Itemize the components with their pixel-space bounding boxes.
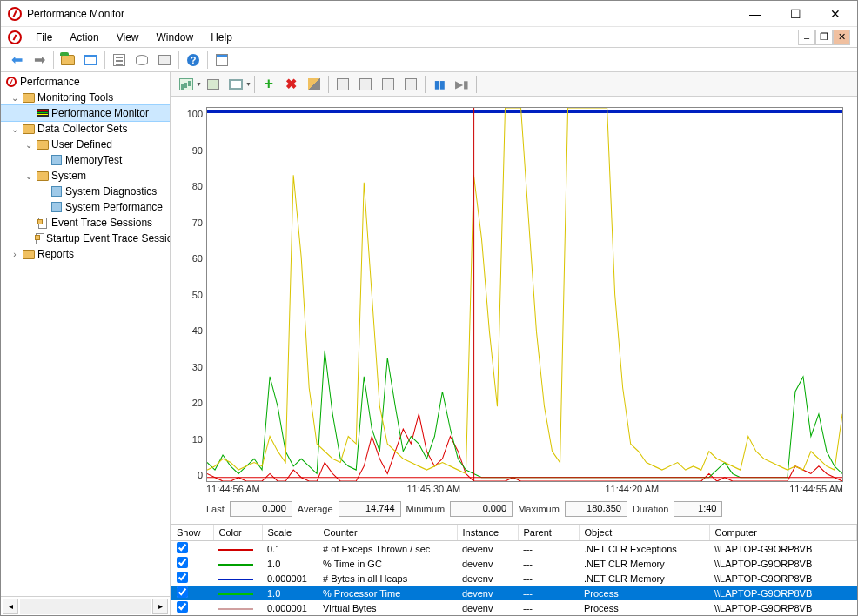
scroll-left-button[interactable]: ◂ xyxy=(3,599,18,614)
col-instance[interactable]: Instance xyxy=(457,525,518,541)
properties-button[interactable] xyxy=(109,50,130,70)
view-report-button[interactable] xyxy=(225,74,246,95)
tree-label: System xyxy=(51,170,86,182)
panel-layout-button[interactable] xyxy=(80,50,101,70)
copy-button[interactable] xyxy=(332,74,353,95)
perfmon-graph-icon xyxy=(37,109,49,117)
table-row[interactable]: 1.0% Processor Timedevenv---Process\\LAP… xyxy=(171,586,857,600)
show-checkbox[interactable] xyxy=(177,572,188,583)
close-button[interactable]: ✕ xyxy=(815,1,855,26)
tree-reports[interactable]: ›Reports xyxy=(1,246,170,262)
cell-instance: devenv xyxy=(457,556,518,571)
tree-user-defined[interactable]: ⌄User Defined xyxy=(1,137,170,152)
tree-body[interactable]: Performance ⌄Monitoring Tools Performanc… xyxy=(1,74,170,596)
y-tick: 70 xyxy=(192,218,203,228)
menu-help[interactable]: Help xyxy=(204,30,239,45)
toolbar-separator xyxy=(476,76,477,93)
counter-table[interactable]: Show Color Scale Counter Instance Parent… xyxy=(171,525,857,615)
dropdown-icon[interactable]: ▼ xyxy=(196,81,202,87)
minimize-button[interactable]: — xyxy=(735,1,775,26)
chart-plot[interactable] xyxy=(206,107,843,482)
table-row[interactable]: 0.1# of Exceps Thrown / secdevenv---.NET… xyxy=(171,541,857,557)
paste-icon xyxy=(359,78,372,90)
panel-icon xyxy=(84,55,97,65)
report-icon xyxy=(229,79,243,90)
col-color[interactable]: Color xyxy=(213,525,262,541)
dropdown-icon[interactable]: ▼ xyxy=(245,81,251,87)
collapse-icon[interactable]: ⌄ xyxy=(10,93,20,103)
tree-event-trace[interactable]: Event Trace Sessions xyxy=(1,215,170,231)
show-checkbox[interactable] xyxy=(177,601,188,613)
tree-monitoring-tools[interactable]: ⌄Monitoring Tools xyxy=(1,90,170,105)
tree-performance-monitor[interactable]: Performance Monitor xyxy=(1,105,170,121)
col-counter[interactable]: Counter xyxy=(318,525,457,541)
show-checkbox[interactable] xyxy=(177,542,188,553)
avg-label: Average xyxy=(298,504,333,514)
tree-startup-event-trace[interactable]: Startup Event Trace Sessions xyxy=(1,231,170,246)
perfmon-app-icon xyxy=(8,7,22,21)
table-row[interactable]: 1.0% Time in GCdevenv---.NET CLR Memory\… xyxy=(171,556,857,571)
highlight-button[interactable] xyxy=(304,74,325,95)
max-value: 180.350 xyxy=(565,501,627,517)
menu-window[interactable]: Window xyxy=(150,30,201,45)
menu-view[interactable]: View xyxy=(110,30,146,45)
menu-action[interactable]: Action xyxy=(63,30,105,45)
dur-value: 1:40 xyxy=(674,501,722,517)
folder-icon xyxy=(23,93,35,103)
zoom-button[interactable] xyxy=(400,74,421,95)
col-parent[interactable]: Parent xyxy=(518,525,579,541)
add-counter-button[interactable]: + xyxy=(258,74,279,95)
clipboard-icon xyxy=(382,78,394,90)
schedule-button[interactable] xyxy=(211,50,232,70)
help-button[interactable]: ? xyxy=(183,50,204,70)
step-icon: ▶▮ xyxy=(455,78,469,90)
collector-icon xyxy=(51,202,62,212)
y-tick: 0 xyxy=(198,470,203,480)
properties2-button[interactable] xyxy=(378,74,399,95)
table-row[interactable]: 0.000001Virtual Bytesdevenv---Process\\L… xyxy=(171,600,857,615)
tree-system-performance[interactable]: System Performance xyxy=(1,199,170,215)
scroll-right-button[interactable]: ▸ xyxy=(152,599,168,614)
folder-up-icon xyxy=(61,55,75,65)
update-button[interactable]: ▶▮ xyxy=(452,74,473,95)
tree-data-collector-sets[interactable]: ⌄Data Collector Sets xyxy=(1,121,170,137)
expand-icon[interactable]: › xyxy=(10,250,20,259)
col-show[interactable]: Show xyxy=(171,525,213,541)
freeze-button[interactable]: ▮▮ xyxy=(429,74,450,95)
show-checkbox[interactable] xyxy=(177,557,188,568)
export-button[interactable] xyxy=(131,50,152,70)
show-hide-tree-button[interactable] xyxy=(57,50,78,70)
maximize-button[interactable]: ☐ xyxy=(775,1,815,26)
forward-button[interactable]: ➡ xyxy=(29,50,50,70)
tree-label: Data Collector Sets xyxy=(37,123,127,135)
y-tick: 90 xyxy=(192,145,203,156)
tree-label: Event Trace Sessions xyxy=(51,217,152,229)
view-chart-button[interactable] xyxy=(176,74,197,95)
folder-icon xyxy=(37,171,49,181)
counter-table-panel: Show Color Scale Counter Instance Parent… xyxy=(171,524,857,615)
col-computer[interactable]: Computer xyxy=(709,525,857,541)
mdi-minimize-button[interactable]: – xyxy=(798,30,815,45)
mdi-restore-button[interactable]: ❐ xyxy=(815,30,833,45)
mdi-close-button[interactable]: ✕ xyxy=(833,30,850,45)
view-histogram-button[interactable] xyxy=(203,74,224,95)
back-button[interactable]: ⬅ xyxy=(6,50,27,70)
col-scale[interactable]: Scale xyxy=(262,525,318,541)
collapse-icon[interactable]: ⌄ xyxy=(10,124,20,134)
system-menu-icon[interactable] xyxy=(8,30,22,44)
delete-counter-button[interactable]: ✖ xyxy=(281,74,302,95)
show-checkbox[interactable] xyxy=(177,586,188,598)
menu-file[interactable]: File xyxy=(29,30,59,45)
print-button[interactable] xyxy=(154,50,175,70)
tree-system[interactable]: ⌄System xyxy=(1,168,170,184)
col-object[interactable]: Object xyxy=(579,525,709,541)
tree-root-performance[interactable]: Performance xyxy=(1,74,170,90)
collapse-icon[interactable]: ⌄ xyxy=(23,140,34,150)
tree-memory-test[interactable]: MemoryTest xyxy=(1,152,170,168)
table-row[interactable]: 0.000001# Bytes in all Heapsdevenv---.NE… xyxy=(171,571,857,586)
paste-button[interactable] xyxy=(355,74,376,95)
scroll-track[interactable] xyxy=(20,599,151,614)
collapse-icon[interactable]: ⌄ xyxy=(23,171,34,181)
tree-horizontal-scrollbar[interactable]: ◂ ▸ xyxy=(1,596,170,615)
tree-system-diagnostics[interactable]: System Diagnostics xyxy=(1,184,170,199)
